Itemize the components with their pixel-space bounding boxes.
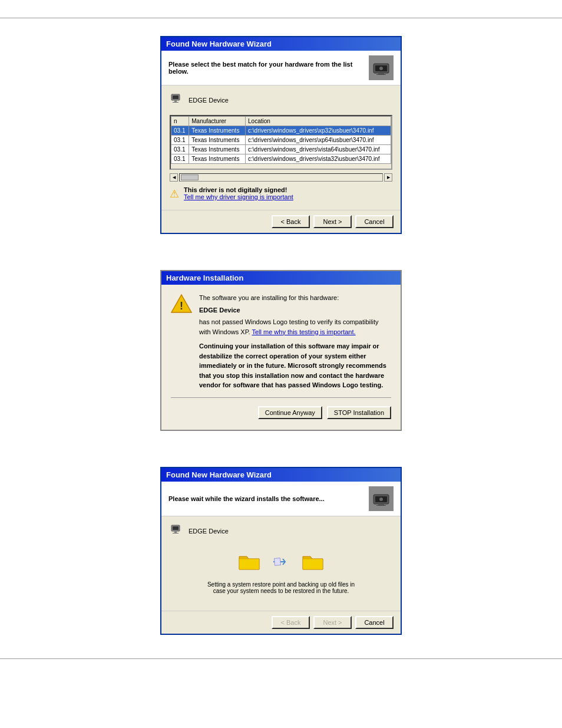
back-button[interactable]: < Back [272, 215, 310, 228]
warning-main-text: This driver is not digitally signed! [184, 186, 287, 193]
installing-animation [170, 552, 392, 573]
dest-folder-icon [302, 552, 324, 573]
driver-warning-row: ⚠ This driver is not digitally signed! T… [170, 186, 392, 200]
horiz-track[interactable] [179, 173, 383, 182]
installing-device-row: EDGE Device [170, 522, 392, 540]
svg-rect-19 [173, 533, 178, 533]
wizard-installing-titlebar: Found New Hardware Wizard [161, 468, 401, 482]
hw-warning-triangle-icon: ! [171, 293, 192, 315]
scroll-right-arrow[interactable]: ▶ [384, 173, 392, 182]
svg-rect-3 [378, 73, 384, 74]
wizard-footer: < Back Next > Cancel [161, 210, 401, 233]
svg-rect-6 [173, 95, 178, 99]
source-folder-icon [238, 552, 260, 573]
hw-install-body: ! The software you are installing for th… [161, 285, 401, 430]
wizard-title: Found New Hardware Wizard [166, 39, 272, 48]
svg-rect-18 [174, 531, 177, 533]
svg-rect-20 [274, 558, 280, 565]
driver-table-row[interactable]: 03.1Texas Instrumentsc:\drivers\windows_… [171, 145, 391, 154]
installing-cancel-button[interactable]: Cancel [355, 616, 394, 629]
device-name-label: EDGE Device [189, 97, 229, 104]
driver-table-row[interactable]: 03.1Texas Instrumentsc:\drivers\windows_… [171, 136, 391, 145]
horiz-scrollbar[interactable]: ◀ ▶ [170, 173, 392, 182]
wizard-header-text: Please select the best match for your ha… [168, 61, 369, 75]
wizard-installing-footer: < Back Next > Cancel [161, 611, 401, 634]
hw-install-top: ! The software you are installing for th… [171, 293, 391, 390]
wizard-installing-header: Please wait while the wizard installs th… [161, 482, 401, 516]
driver-table-wrapper: n Manufacturer Location 03.1Texas Instru… [170, 115, 392, 170]
driver-table-row[interactable]: 03.1Texas Instrumentsc:\drivers\windows_… [171, 126, 391, 136]
svg-point-13 [379, 498, 383, 501]
warning-text: This driver is not digitally signed! Tel… [184, 186, 293, 200]
device-row: EDGE Device [170, 91, 392, 109]
hw-install-title: Hardware Installation [166, 274, 243, 282]
installing-progress-text: Setting a system restore point and backi… [204, 581, 358, 594]
hw-device-name: EDGE Device [199, 305, 391, 315]
wizard-installing-header-text: Please wait while the wizard installs th… [168, 495, 325, 502]
wizard-titlebar: Found New Hardware Wizard [161, 37, 401, 51]
continue-anyway-button[interactable]: Continue Anyway [258, 406, 322, 419]
hw-install-footer: Continue Anyway STOP Installation [171, 404, 391, 421]
svg-point-2 [379, 67, 383, 70]
device-icon [170, 91, 184, 109]
next-button[interactable]: Next > [313, 215, 352, 228]
hardware-installation-dialog: Hardware Installation ! The software you… [160, 270, 402, 431]
installing-next-button[interactable]: Next > [313, 616, 352, 629]
installing-device-icon [170, 522, 184, 540]
driver-table-row[interactable]: 03.1Texas Instrumentsc:\drivers\windows_… [171, 154, 391, 164]
col-n: n [171, 117, 189, 126]
hardware-wizard-icon [369, 55, 394, 80]
hw-intro-text: The software you are installing for this… [199, 294, 339, 301]
driver-table: n Manufacturer Location 03.1Texas Instru… [171, 116, 391, 164]
copy-arrow-icon [272, 556, 290, 569]
found-hardware-wizard-dialog: Found New Hardware Wizard Please select … [160, 36, 402, 234]
hardware-wizard-installing-icon [369, 486, 394, 511]
svg-rect-14 [378, 504, 384, 505]
svg-rect-7 [174, 100, 177, 102]
col-location: Location [246, 117, 391, 126]
cancel-button[interactable]: Cancel [355, 215, 394, 228]
wizard-header: Please select the best match for your ha… [161, 51, 401, 85]
installing-body: EDGE Device [161, 516, 401, 611]
installing-device-name: EDGE Device [189, 528, 229, 535]
warning-triangle-icon: ⚠ [170, 187, 179, 200]
col-manufacturer: Manufacturer [189, 117, 246, 126]
scroll-left-arrow[interactable]: ◀ [170, 173, 178, 182]
driver-signing-link[interactable]: Tell me why driver signing is important [184, 193, 293, 200]
installing-back-button[interactable]: < Back [272, 616, 310, 629]
svg-rect-8 [173, 102, 178, 103]
hw-logo-link[interactable]: Tell me why this testing is important. [252, 328, 355, 335]
svg-rect-15 [376, 505, 386, 506]
stop-installation-button[interactable]: STOP Installation [327, 406, 391, 419]
hw-divider [171, 397, 391, 398]
wizard-body: EDGE Device n Manufacturer Location 03.1… [161, 85, 401, 210]
hw-install-text-block: The software you are installing for this… [199, 293, 391, 390]
hw-install-titlebar: Hardware Installation [161, 271, 401, 285]
wizard-installing-title: Found New Hardware Wizard [166, 470, 272, 479]
found-hardware-wizard-installing-dialog: Found New Hardware Wizard Please wait wh… [160, 467, 402, 635]
horiz-thumb[interactable] [181, 174, 199, 180]
svg-text:!: ! [180, 300, 183, 312]
svg-rect-17 [173, 526, 178, 530]
hw-warning-paragraph: Continuing your installation of this sof… [199, 341, 391, 390]
svg-rect-4 [376, 74, 386, 75]
